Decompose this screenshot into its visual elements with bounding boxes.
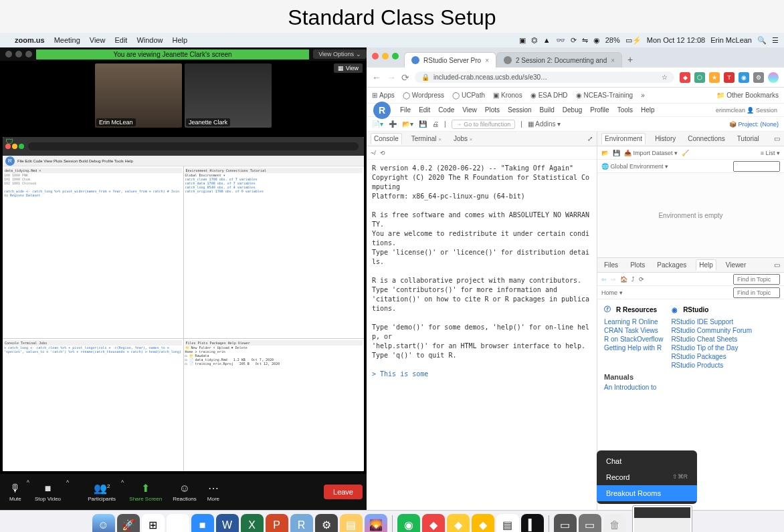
- list-view-button[interactable]: ≡ List ▾: [761, 150, 780, 156]
- star-icon[interactable]: ☆: [662, 74, 668, 81]
- tab-plots[interactable]: Plots: [627, 260, 648, 270]
- console-output[interactable]: R version 4.0.2 (2020-06-22) -- "Taking …: [367, 160, 597, 510]
- more-chat[interactable]: Chat: [597, 453, 697, 469]
- help-link[interactable]: Learning R Online: [604, 318, 663, 325]
- more-button[interactable]: ⋯More: [202, 479, 225, 505]
- dock-zoom-icon[interactable]: ■: [191, 514, 214, 533]
- menu-help[interactable]: Help: [173, 36, 188, 44]
- other-bookmarks[interactable]: 📁 Other Bookmarks: [716, 92, 779, 99]
- extensions-puzzle-icon[interactable]: ⚙: [753, 72, 764, 83]
- menu-meeting[interactable]: Meeting: [54, 36, 80, 44]
- dock-sketch-icon[interactable]: ◆: [472, 514, 494, 533]
- browser-traffic-lights[interactable]: [372, 53, 399, 59]
- help-search-input[interactable]: [733, 274, 780, 285]
- help-popout-icon[interactable]: ⤴: [631, 276, 635, 283]
- tab-tutorial[interactable]: Tutorial: [734, 134, 762, 144]
- ext-icon[interactable]: ⬡: [694, 72, 705, 83]
- dock-rstudio-icon[interactable]: R: [290, 514, 313, 533]
- share-screen-button[interactable]: ⬆Share Screen: [124, 479, 167, 505]
- bookmark-item[interactable]: ◯ Wordpress: [403, 92, 444, 99]
- apps-button[interactable]: ⊞ Apps: [372, 92, 395, 99]
- user-icon[interactable]: 👤: [747, 107, 754, 114]
- control-center-icon[interactable]: ☰: [772, 36, 779, 45]
- dock-trash-icon[interactable]: 🗑: [603, 514, 626, 533]
- rs-menu-build[interactable]: Build: [540, 106, 555, 114]
- tab-terminal[interactable]: Terminal ×: [409, 134, 444, 144]
- video-tile-2[interactable]: Jeanette Clark: [185, 63, 272, 128]
- dock-app-icon[interactable]: ◆: [422, 514, 445, 533]
- load-workspace-icon[interactable]: 📂: [601, 150, 609, 156]
- tab-console[interactable]: Console: [371, 133, 402, 144]
- close-tab-icon[interactable]: ×: [485, 57, 489, 64]
- camera-icon[interactable]: ▣: [519, 36, 526, 45]
- addins-button[interactable]: ▦ Addins ▾: [528, 120, 561, 128]
- rs-menu-debug[interactable]: Debug: [563, 106, 582, 114]
- rs-menu-help[interactable]: Help: [641, 106, 655, 114]
- help-link[interactable]: RStudio Cheat Sheets: [671, 336, 752, 343]
- help-forward-icon[interactable]: ⇨: [611, 276, 616, 283]
- ext-icon[interactable]: T: [724, 72, 734, 83]
- project-menu[interactable]: 📦 Project: (None): [729, 121, 779, 128]
- dock-terminal-icon[interactable]: ▍: [521, 514, 544, 533]
- rs-menu-tools[interactable]: Tools: [617, 106, 633, 114]
- username[interactable]: Erin McLean: [710, 36, 752, 44]
- participants-button[interactable]: 👥2Participants: [82, 479, 121, 505]
- menu-view[interactable]: View: [90, 36, 106, 44]
- help-link[interactable]: R on StackOverflow: [604, 336, 663, 343]
- dock-notes-icon[interactable]: ▤: [496, 514, 519, 533]
- ext-icon[interactable]: ★: [709, 72, 720, 83]
- import-dataset-button[interactable]: 📥 Import Dataset ▾: [624, 150, 678, 156]
- help-home-icon[interactable]: 🏠: [620, 276, 627, 283]
- leave-button[interactable]: Leave: [324, 485, 363, 499]
- dock-launchpad-icon[interactable]: 🚀: [117, 514, 140, 533]
- menu-edit[interactable]: Edit: [114, 36, 127, 44]
- more-record[interactable]: Record⇧⌘R: [597, 469, 697, 485]
- tab-help[interactable]: Help: [696, 259, 716, 271]
- menu-window[interactable]: Window: [136, 36, 163, 44]
- pane-controls-icon[interactable]: ▭: [774, 135, 780, 142]
- tab-history[interactable]: History: [652, 134, 678, 144]
- dock-app-icon[interactable]: ◆: [447, 514, 470, 533]
- tab-environment[interactable]: Environment: [601, 133, 646, 144]
- rs-menu-view[interactable]: View: [462, 106, 477, 114]
- dock-spotify-icon[interactable]: ◉: [397, 514, 420, 533]
- save-workspace-icon[interactable]: 💾: [613, 150, 620, 156]
- wifi-icon[interactable]: ◉: [593, 36, 600, 45]
- open-file-icon[interactable]: 📂▾: [402, 120, 413, 128]
- triangle-icon[interactable]: ▲: [543, 36, 551, 44]
- print-icon[interactable]: 🖨: [432, 120, 439, 128]
- rs-menu-profile[interactable]: Profile: [590, 106, 609, 114]
- bookmark-item[interactable]: ◉ NCEAS-Training: [576, 92, 633, 99]
- help-link[interactable]: CRAN Task Views: [604, 327, 663, 334]
- rs-menu-code[interactable]: Code: [438, 106, 454, 114]
- rs-menu-edit[interactable]: Edit: [419, 106, 430, 114]
- help-breadcrumb[interactable]: Home ▾: [601, 289, 623, 296]
- tab-jobs[interactable]: Jobs ×: [451, 134, 476, 144]
- tab-packages[interactable]: Packages: [654, 260, 689, 270]
- reactions-button[interactable]: ☺Reactions: [167, 480, 202, 505]
- help-link[interactable]: RStudio Products: [671, 362, 752, 369]
- new-tab-button[interactable]: +: [622, 51, 638, 68]
- dock-powerpoint-icon[interactable]: P: [266, 514, 288, 533]
- back-button[interactable]: ←: [372, 72, 381, 83]
- dock-excel-icon[interactable]: X: [241, 514, 264, 533]
- goto-file-input[interactable]: → Go to file/function: [452, 120, 516, 129]
- encryption-shield-icon[interactable]: 🛡: [5, 137, 13, 146]
- rs-menu-plots[interactable]: Plots: [485, 106, 500, 114]
- dock-folder-icon[interactable]: ▭: [579, 514, 601, 533]
- reload-button[interactable]: ⟳: [401, 72, 409, 83]
- spotlight-icon[interactable]: 🔍: [757, 36, 767, 45]
- datetime[interactable]: Mon Oct 12 12:08: [647, 36, 705, 44]
- video-caret[interactable]: ^: [66, 479, 69, 486]
- tab-session2[interactable]: 2 Session 2: Documenting and×: [496, 52, 622, 68]
- dock-stickies-icon[interactable]: ▤: [340, 514, 363, 533]
- dock-settings-icon[interactable]: ⚙: [315, 514, 338, 533]
- battery-icon[interactable]: ▭⚡: [625, 36, 642, 45]
- tab-files[interactable]: Files: [601, 260, 621, 270]
- more-breakout[interactable]: Breakout Rooms: [597, 485, 697, 501]
- dock-window-preview[interactable]: [632, 505, 692, 533]
- save-icon[interactable]: 💾: [419, 120, 427, 128]
- tab-connections[interactable]: Connections: [685, 134, 728, 144]
- pane-maximize-icon[interactable]: ⤢: [587, 135, 593, 142]
- dock-photos-icon[interactable]: 🌄: [365, 514, 387, 533]
